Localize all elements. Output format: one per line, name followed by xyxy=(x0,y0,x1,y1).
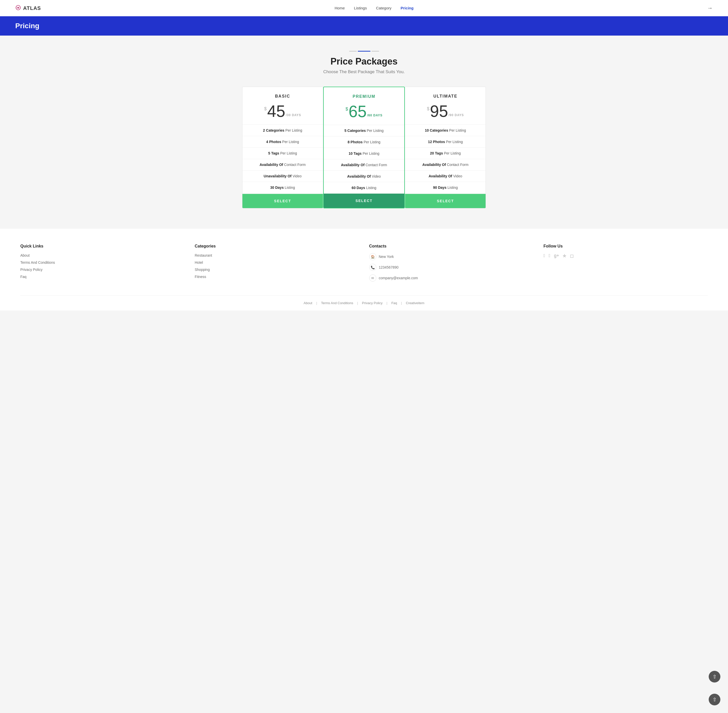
contact-email-text: company@example.com xyxy=(379,276,418,280)
footer-categories: Categories Restaurant Hotel Shopping Fit… xyxy=(195,244,359,285)
category-restaurant[interactable]: Restaurant xyxy=(195,254,212,257)
plan-premium-currency: $ xyxy=(346,106,348,112)
ultimate-feature-1: 12 Photos Per Listing xyxy=(405,136,486,148)
section-subtitle: Choose The Best Package That Suits You. xyxy=(15,69,713,75)
quick-link-privacy[interactable]: Privacy Policy xyxy=(20,268,42,271)
nav-pricing[interactable]: Pricing xyxy=(401,6,414,10)
ultimate-feature-4: Availability Of Video xyxy=(405,170,486,182)
plan-ultimate-header: ULTIMATE $ 95 /90 DAYS xyxy=(405,87,486,124)
login-icon[interactable]: → xyxy=(707,5,713,12)
category-fitness[interactable]: Fitness xyxy=(195,275,206,279)
basic-feature-4: Unavailability Of Video xyxy=(242,170,323,182)
social-icons:   g+ ✯ ◻ xyxy=(543,253,708,259)
quick-links-heading: Quick Links xyxy=(20,244,185,249)
footer-contacts: Contacts 🏠 New York 📞 1234567890 ✉ compa… xyxy=(369,244,533,285)
plan-premium-features: 5 Categories Per Listing 8 Photos Per Li… xyxy=(324,125,404,194)
nav-links: Home Listings Category Pricing xyxy=(335,6,414,10)
plan-ultimate-currency: $ xyxy=(427,106,430,112)
plan-basic: BASIC $ 45 /30 DAYS 2 Categories Per Lis… xyxy=(242,87,323,208)
plan-ultimate-amount: 95 xyxy=(430,103,448,119)
footer-quick-links: Quick Links About Terms And Conditions P… xyxy=(20,244,185,285)
footer: Quick Links About Terms And Conditions P… xyxy=(0,229,728,310)
quick-links-list: About Terms And Conditions Privacy Polic… xyxy=(20,253,185,279)
contact-location-text: New York xyxy=(379,255,394,259)
email-icon: ✉ xyxy=(369,274,376,282)
contact-email: ✉ company@example.com xyxy=(369,274,533,282)
phone-icon: 📞 xyxy=(369,264,376,271)
premium-feature-4: Availability Of Video xyxy=(324,171,404,182)
facebook-icon[interactable]:  xyxy=(543,253,545,259)
section-title: Price Packages xyxy=(15,56,713,67)
footer-privacy[interactable]: Privacy Policy xyxy=(362,301,383,305)
footer-grid: Quick Links About Terms And Conditions P… xyxy=(20,244,708,295)
ultimate-feature-3: Availability Of Contact Form xyxy=(405,159,486,170)
footer-creativeitem[interactable]: Creativeitem xyxy=(406,301,424,305)
premium-feature-0: 5 Categories Per Listing xyxy=(324,125,404,136)
pricing-grid: BASIC $ 45 /30 DAYS 2 Categories Per Lis… xyxy=(242,87,486,208)
plan-premium-name: PREMIUM xyxy=(329,94,399,99)
categories-heading: Categories xyxy=(195,244,359,249)
plan-ultimate-period: /90 DAYS xyxy=(449,113,464,117)
plan-premium: PREMIUM $ 65 /60 DAYS 5 Categories Per L… xyxy=(323,87,405,208)
categories-list: Restaurant Hotel Shopping Fitness xyxy=(195,253,359,279)
plan-basic-currency: $ xyxy=(264,106,267,112)
plan-basic-name: BASIC xyxy=(248,94,318,98)
footer-about[interactable]: About xyxy=(304,301,312,305)
contacts-heading: Contacts xyxy=(369,244,533,249)
nav-listings[interactable]: Listings xyxy=(354,6,367,10)
quick-link-faq[interactable]: Faq xyxy=(20,275,27,279)
location-icon: 🏠 xyxy=(369,253,376,260)
footer-follow: Follow Us   g+ ✯ ◻ xyxy=(543,244,708,285)
category-shopping[interactable]: Shopping xyxy=(195,268,210,271)
logo[interactable]: ⦿ ATLAS xyxy=(15,5,41,12)
premium-feature-2: 10 Tags Per Listing xyxy=(324,148,404,159)
twitter-icon[interactable]:  xyxy=(549,253,550,259)
page-title: Pricing xyxy=(15,22,713,30)
plan-ultimate-name: ULTIMATE xyxy=(410,94,480,98)
follow-heading: Follow Us xyxy=(543,244,708,249)
footer-faq[interactable]: Faq xyxy=(391,301,397,305)
premium-feature-1: 8 Photos Per Listing xyxy=(324,136,404,148)
main-content: Price Packages Choose The Best Package T… xyxy=(0,36,728,229)
basic-feature-2: 5 Tags Per Listing xyxy=(242,148,323,159)
plan-basic-amount: 45 xyxy=(267,103,285,119)
basic-select-button[interactable]: SELECT xyxy=(242,194,323,208)
ultimate-feature-5: 90 Days Listing xyxy=(405,182,486,193)
premium-feature-5: 60 Days Listing xyxy=(324,182,404,194)
section-header: Price Packages Choose The Best Package T… xyxy=(15,51,713,75)
category-hotel[interactable]: Hotel xyxy=(195,261,203,264)
ultimate-feature-0: 10 Categories Per Listing xyxy=(405,125,486,136)
basic-feature-1: 4 Photos Per Listing xyxy=(242,136,323,148)
navbar: ⦿ ATLAS Home Listings Category Pricing → xyxy=(0,0,728,16)
footer-terms[interactable]: Terms And Conditions xyxy=(321,301,353,305)
plan-basic-header: BASIC $ 45 /30 DAYS xyxy=(242,87,323,124)
nav-category[interactable]: Category xyxy=(376,6,392,10)
ultimate-feature-2: 20 Tags Per Listing xyxy=(405,148,486,159)
plan-basic-period: /30 DAYS xyxy=(286,113,301,117)
plan-ultimate-footer: SELECT xyxy=(405,194,486,208)
plan-basic-footer: SELECT xyxy=(242,194,323,208)
quick-link-terms[interactable]: Terms And Conditions xyxy=(20,261,55,264)
decorator-line-long xyxy=(358,51,370,52)
plan-basic-price: $ 45 /30 DAYS xyxy=(248,103,318,119)
page-banner: Pricing xyxy=(0,16,728,36)
nav-home[interactable]: Home xyxy=(335,6,345,10)
contact-phone-text: 1234567890 xyxy=(379,265,399,269)
plan-premium-footer: SELECT xyxy=(324,194,404,208)
google-plus-icon[interactable]: g+ xyxy=(554,253,559,259)
premium-select-button[interactable]: SELECT xyxy=(324,194,404,208)
ultimate-select-button[interactable]: SELECT xyxy=(405,194,486,208)
pinterest-icon[interactable]: ✯ xyxy=(562,253,566,259)
logo-text: ATLAS xyxy=(23,5,41,11)
decorator-line-short2 xyxy=(371,51,379,52)
plan-premium-header: PREMIUM $ 65 /60 DAYS xyxy=(324,87,404,125)
contact-phone: 📞 1234567890 xyxy=(369,264,533,271)
contact-location: 🏠 New York xyxy=(369,253,533,260)
plan-basic-features: 2 Categories Per Listing 4 Photos Per Li… xyxy=(242,124,323,194)
plan-premium-period: /60 DAYS xyxy=(367,113,382,117)
plan-ultimate: ULTIMATE $ 95 /90 DAYS 10 Categories Per… xyxy=(405,87,486,208)
instagram-icon[interactable]: ◻ xyxy=(570,253,574,259)
quick-link-about[interactable]: About xyxy=(20,254,30,257)
footer-bottom: About | Terms And Conditions | Privacy P… xyxy=(20,295,708,310)
basic-feature-5: 30 Days Listing xyxy=(242,182,323,193)
